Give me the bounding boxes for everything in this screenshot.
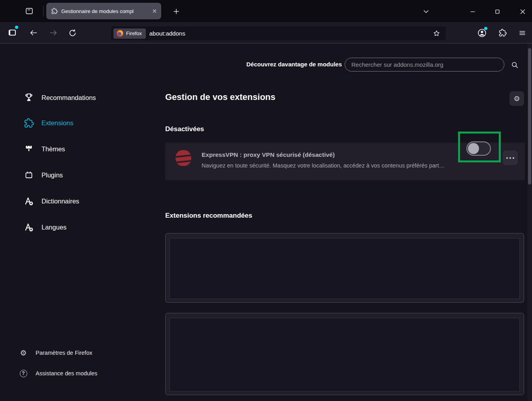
sidebar-item-addons-support[interactable]: ? Assistance des modules	[19, 368, 153, 379]
paintbrush-icon	[23, 143, 35, 155]
sidebar-item-languages[interactable]: Langues	[16, 219, 154, 235]
url-bar[interactable]: Firefox about:addons	[111, 26, 446, 40]
menu-hamburger-icon[interactable]	[517, 28, 527, 38]
tab-close-icon[interactable]	[152, 8, 157, 14]
account-icon[interactable]	[476, 27, 487, 38]
recommended-addon-placeholder-1	[165, 233, 524, 303]
gear-icon: ⚙	[513, 95, 520, 102]
recommended-addon-placeholder-2	[165, 313, 524, 395]
reload-button[interactable]	[67, 28, 77, 38]
sidebar-item-label: Recommandations	[42, 94, 96, 102]
recommended-section-header: Extensions recommandées	[165, 212, 252, 220]
browser-window: Gestionnaire de modules compl	[0, 0, 532, 401]
sidebar-item-dictionaries[interactable]: Dictionnaires	[16, 193, 154, 209]
extensions-toolbar-icon[interactable]	[498, 28, 508, 38]
puzzle-icon	[23, 117, 35, 129]
disabled-section-header: Désactivées	[165, 125, 204, 133]
maximize-button[interactable]	[492, 7, 502, 16]
sidebar-item-recommendations[interactable]: Recommandations	[16, 90, 154, 105]
navigation-toolbar: Firefox about:addons	[0, 22, 532, 43]
sidebar-item-label: Extensions	[42, 119, 74, 127]
puzzle-icon	[51, 8, 58, 14]
extension-name[interactable]: ExpressVPN : proxy VPN sécurisé (désacti…	[202, 151, 335, 158]
sidebar-item-firefox-settings[interactable]: ⚙ Paramètres de Firefox	[19, 347, 153, 358]
sidebar-item-extensions[interactable]: Extensions	[16, 115, 154, 131]
sidebar-item-themes[interactable]: Thèmes	[16, 141, 154, 157]
trophy-icon	[23, 92, 35, 104]
search-engine-chip[interactable]: Firefox	[113, 28, 146, 39]
tab-bar: Gestionnaire de modules compl	[0, 0, 532, 22]
sidebar-item-label: Dictionnaires	[42, 198, 79, 205]
sidebar-footer-label: Assistance des modules	[36, 370, 97, 377]
search-icon[interactable]	[510, 60, 519, 70]
tab-separator	[43, 6, 43, 16]
profile-notification-dot	[15, 26, 18, 29]
dictionary-icon	[23, 195, 35, 207]
sidebar-item-label: Thèmes	[42, 145, 65, 153]
plug-icon	[23, 169, 35, 181]
account-notification-dot	[484, 27, 487, 30]
sidebar-item-label: Langues	[42, 224, 66, 231]
addons-manager-page: Découvrez davantage de modules Recomma	[0, 43, 532, 401]
help-icon: ?	[19, 369, 28, 378]
profile-icon[interactable]	[6, 26, 18, 38]
more-options-button[interactable]	[503, 151, 518, 165]
discover-addons-label: Découvrez davantage de modules	[198, 61, 342, 68]
sidebar-item-plugins[interactable]: Plugins	[16, 167, 154, 183]
expressvpn-logo-icon	[175, 150, 191, 166]
back-button[interactable]	[28, 28, 39, 38]
annotation-highlight-rectangle	[458, 132, 501, 162]
new-tab-button[interactable]	[172, 7, 181, 16]
page-title: Gestion de vos extensions	[165, 92, 275, 102]
active-tab[interactable]: Gestionnaire de modules compl	[46, 3, 161, 19]
firefox-logo-icon	[117, 30, 123, 37]
bookmark-star-icon[interactable]	[433, 30, 440, 37]
tools-for-all-addons-button[interactable]: ⚙	[509, 91, 524, 106]
sidebar-item-label: Plugins	[42, 171, 63, 179]
firefox-view-icon[interactable]	[25, 6, 34, 16]
list-all-tabs-icon[interactable]	[421, 7, 431, 16]
language-icon	[23, 221, 35, 233]
tab-title: Gestionnaire de modules compl	[61, 8, 149, 14]
forward-button[interactable]	[48, 28, 58, 38]
sidebar-footer-label: Paramètres de Firefox	[36, 350, 92, 356]
close-window-button[interactable]	[518, 7, 527, 16]
extension-description: Naviguez en toute sécurité. Masquez votr…	[202, 162, 516, 169]
minimize-button[interactable]	[468, 7, 477, 16]
url-text: about:addons	[149, 30, 433, 37]
gear-icon: ⚙	[19, 348, 28, 357]
search-engine-label: Firefox	[126, 30, 142, 36]
scrollbar-thumb[interactable]	[528, 48, 531, 184]
addons-search-input[interactable]	[345, 58, 504, 72]
